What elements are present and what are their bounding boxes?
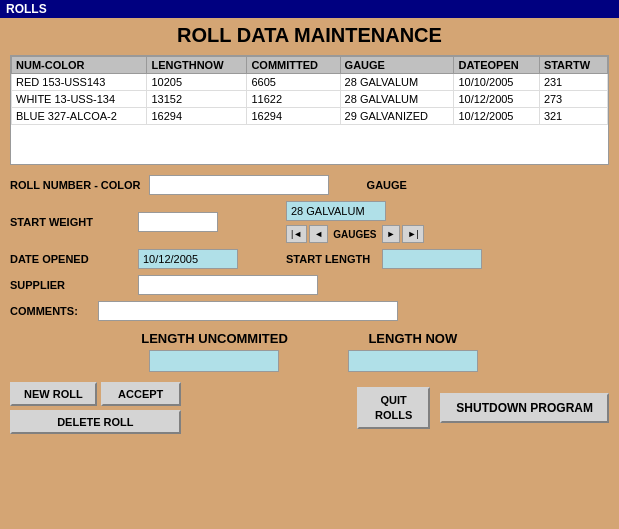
start-length-label: START LENGTH — [286, 253, 370, 265]
length-uncommitted-label: LENGTH UNCOMMITED — [141, 331, 288, 346]
supplier-input[interactable] — [138, 275, 318, 295]
rolls-table-container: NUM-COLOR LENGTHNOW COMMITTED GAUGE DATE… — [10, 55, 609, 165]
table-row[interactable]: WHITE 13-USS-134131521162228 GALVALUM10/… — [12, 91, 608, 108]
btn-group-top: NEW ROLL ACCEPT — [10, 382, 181, 406]
button-row: NEW ROLL ACCEPT DELETE ROLL QUIT ROLLS S… — [10, 382, 609, 434]
shutdown-program-button[interactable]: SHUTDOWN PROGRAM — [440, 393, 609, 423]
gauge-next-btn[interactable]: ► — [382, 225, 401, 243]
length-uncommitted-input[interactable] — [149, 350, 279, 372]
table-row[interactable]: BLUE 327-ALCOA-2162941629429 GALVANIZED1… — [12, 108, 608, 125]
col-committed: COMMITTED — [247, 57, 340, 74]
col-dateopen: DATEOPEN — [454, 57, 539, 74]
quit-line1: QUIT — [381, 394, 407, 406]
comments-label: COMMENTS: — [10, 305, 90, 317]
date-opened-input[interactable] — [138, 249, 238, 269]
start-weight-input[interactable] — [138, 212, 218, 232]
length-uncommitted-box: LENGTH UNCOMMITED — [141, 331, 288, 372]
roll-number-input[interactable] — [149, 175, 329, 195]
date-opened-row: DATE OPENED START LENGTH — [10, 249, 609, 269]
quit-rolls-button[interactable]: QUIT ROLLS — [357, 387, 430, 430]
table-cell: 321 — [539, 108, 607, 125]
roll-number-label: ROLL NUMBER - COLOR — [10, 179, 141, 191]
length-now-input[interactable] — [348, 350, 478, 372]
title-bar-label: ROLLS — [6, 2, 47, 16]
col-lengthnow: LENGTHNOW — [147, 57, 247, 74]
col-num-color: NUM-COLOR — [12, 57, 147, 74]
form-area: ROLL NUMBER - COLOR GAUGE START WEIGHT |… — [10, 175, 609, 321]
gauge-nav: |◄ ◄ GAUGES ► ►| — [286, 225, 424, 243]
table-cell: RED 153-USS143 — [12, 74, 147, 91]
col-startw: STARTW — [539, 57, 607, 74]
gauge-prev-first-btn[interactable]: |◄ — [286, 225, 307, 243]
delete-roll-button[interactable]: DELETE ROLL — [10, 410, 181, 434]
start-length-input[interactable] — [382, 249, 482, 269]
start-weight-row: START WEIGHT |◄ ◄ GAUGES ► ►| — [10, 201, 609, 243]
comments-input[interactable] — [98, 301, 398, 321]
gauge-prev-btn[interactable]: ◄ — [309, 225, 328, 243]
table-cell: 13152 — [147, 91, 247, 108]
gauge-right-label: GAUGE — [367, 179, 407, 191]
btn-group-left: NEW ROLL ACCEPT DELETE ROLL — [10, 382, 181, 434]
table-cell: 10/12/2005 — [454, 91, 539, 108]
date-opened-label: DATE OPENED — [10, 253, 130, 265]
gauge-section: |◄ ◄ GAUGES ► ►| — [286, 201, 424, 243]
quit-line2: ROLLS — [375, 409, 412, 421]
table-row[interactable]: RED 153-USS14310205660528 GALVALUM10/10/… — [12, 74, 608, 91]
table-cell: 28 GALVALUM — [340, 74, 454, 91]
page-title: ROLL DATA MAINTENANCE — [10, 24, 609, 47]
supplier-label: SUPPLIER — [10, 279, 130, 291]
table-cell: 10205 — [147, 74, 247, 91]
right-buttons: QUIT ROLLS SHUTDOWN PROGRAM — [357, 387, 609, 430]
table-cell: 28 GALVALUM — [340, 91, 454, 108]
table-cell: 16294 — [247, 108, 340, 125]
gauges-label: GAUGES — [330, 229, 379, 240]
col-gauge: GAUGE — [340, 57, 454, 74]
gauge-value-input[interactable] — [286, 201, 386, 221]
gauge-next-last-btn[interactable]: ►| — [402, 225, 423, 243]
accept-button[interactable]: ACCEPT — [101, 382, 181, 406]
length-now-label: LENGTH NOW — [368, 331, 457, 346]
table-cell: BLUE 327-ALCOA-2 — [12, 108, 147, 125]
table-cell: 16294 — [147, 108, 247, 125]
table-cell: 6605 — [247, 74, 340, 91]
roll-number-row: ROLL NUMBER - COLOR GAUGE — [10, 175, 609, 195]
start-weight-label: START WEIGHT — [10, 216, 130, 228]
table-cell: 10/12/2005 — [454, 108, 539, 125]
table-cell: 273 — [539, 91, 607, 108]
supplier-row: SUPPLIER — [10, 275, 609, 295]
table-cell: 29 GALVANIZED — [340, 108, 454, 125]
length-section: LENGTH UNCOMMITED LENGTH NOW — [10, 331, 609, 372]
comments-row: COMMENTS: — [10, 301, 609, 321]
new-roll-button[interactable]: NEW ROLL — [10, 382, 97, 406]
table-cell: WHITE 13-USS-134 — [12, 91, 147, 108]
rolls-table: NUM-COLOR LENGTHNOW COMMITTED GAUGE DATE… — [11, 56, 608, 125]
length-now-box: LENGTH NOW — [348, 331, 478, 372]
title-bar: ROLLS — [0, 0, 619, 18]
table-cell: 231 — [539, 74, 607, 91]
table-cell: 10/10/2005 — [454, 74, 539, 91]
table-cell: 11622 — [247, 91, 340, 108]
